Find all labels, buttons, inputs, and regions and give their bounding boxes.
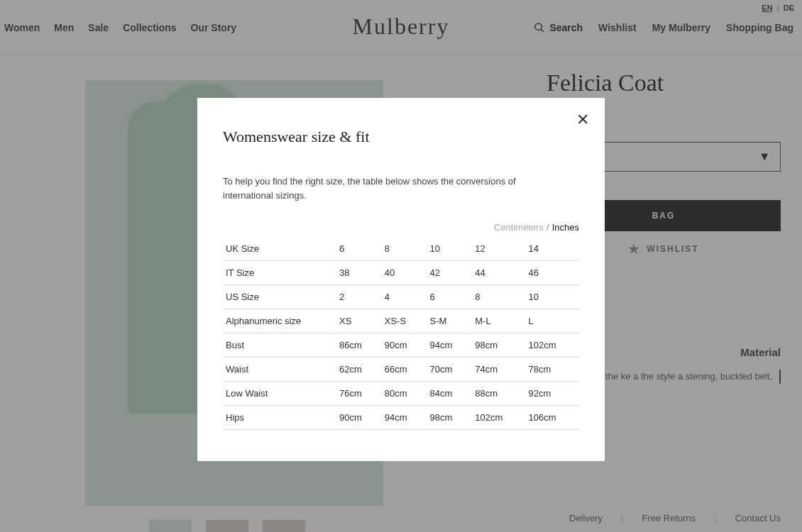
row-value: 90cm [336,406,382,430]
table-row: Waist62cm66cm70cm74cm78cm [223,358,579,382]
row-value: XS [336,309,382,333]
table-row: US Size246810 [223,285,579,309]
row-value: L [526,309,579,333]
row-value: 94cm [427,333,473,358]
row-value: 4 [382,285,427,309]
row-value: 42 [427,261,473,285]
table-row: Low Waist76cm80cm84cm88cm92cm [223,382,579,406]
row-value: 8 [382,237,427,261]
row-label: US Size [223,285,336,309]
row-value: 94cm [382,406,427,430]
row-label: Waist [223,358,336,382]
row-value: 98cm [472,333,525,358]
row-value: S-M [427,309,473,333]
size-table: UK Size68101214IT Size3840424446US Size2… [223,237,579,430]
row-value: 106cm [526,406,579,430]
close-icon[interactable]: ✕ [576,111,589,129]
row-value: 6 [336,237,382,261]
row-value: 102cm [526,333,579,358]
row-value: 38 [336,261,382,285]
row-value: 98cm [427,406,473,430]
row-label: Alphanumeric size [223,309,336,333]
unit-in[interactable]: Inches [552,222,579,233]
table-row: Hips90cm94cm98cm102cm106cm [223,406,579,430]
row-value: 90cm [382,333,427,358]
unit-toggle: Centimeters/Inches [223,222,579,233]
row-value: 2 [336,285,382,309]
row-value: 80cm [382,382,427,406]
row-value: 10 [427,237,473,261]
row-label: UK Size [223,237,336,261]
row-value: 88cm [472,382,525,406]
row-value: 102cm [472,406,525,430]
table-row: IT Size3840424446 [223,261,579,285]
modal-intro: To help you find the right size, the tab… [223,174,564,202]
table-row: UK Size68101214 [223,237,579,261]
row-value: 78cm [526,358,579,382]
row-label: Low Waist [223,382,336,406]
row-value: 6 [427,285,473,309]
row-value: 70cm [427,358,473,382]
modal-title: Womenswear size & fit [223,128,579,146]
row-value: 14 [526,237,579,261]
modal-overlay[interactable]: ✕ Womenswear size & fit To help you find… [0,0,802,532]
table-row: Alphanumeric sizeXSXS-SS-MM-LL [223,309,579,333]
row-value: 86cm [336,333,382,358]
row-value: 40 [382,261,427,285]
row-value: 76cm [336,382,382,406]
row-label: Bust [223,333,336,358]
row-label: Hips [223,406,336,430]
row-value: 10 [526,285,579,309]
row-value: 46 [526,261,579,285]
size-fit-modal: ✕ Womenswear size & fit To help you find… [197,98,605,461]
row-value: M-L [472,309,525,333]
row-label: IT Size [223,261,336,285]
unit-cm[interactable]: Centimeters [494,222,544,233]
row-value: 74cm [472,358,525,382]
row-value: 66cm [382,358,427,382]
row-value: 44 [472,261,525,285]
table-row: Bust86cm90cm94cm98cm102cm [223,333,579,358]
row-value: 62cm [336,358,382,382]
row-value: 84cm [427,382,473,406]
row-value: 12 [472,237,525,261]
row-value: 92cm [526,382,579,406]
row-value: XS-S [382,309,427,333]
row-value: 8 [472,285,525,309]
